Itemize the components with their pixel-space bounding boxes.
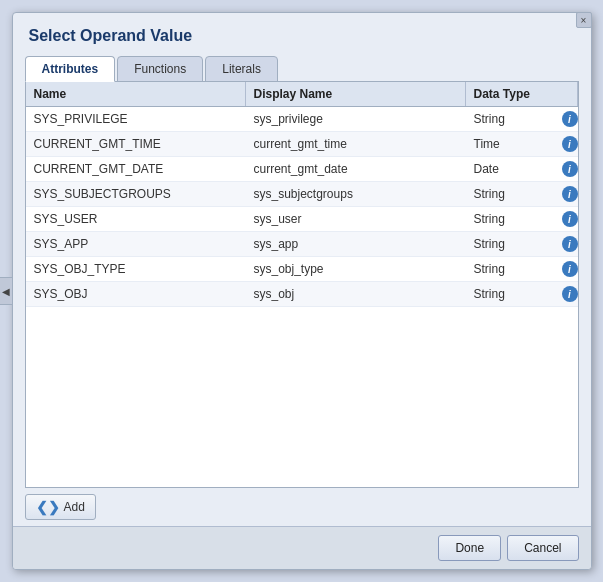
cell-name: SYS_USER (26, 208, 246, 230)
cell-name: SYS_SUBJECTGROUPS (26, 183, 246, 205)
info-icon[interactable]: i (562, 261, 578, 277)
table-row[interactable]: SYS_OBJsys_objStringi (26, 282, 578, 307)
table-row[interactable]: SYS_PRIVILEGEsys_privilegeStringi (26, 107, 578, 132)
add-button[interactable]: ❮❯ Add (25, 494, 96, 520)
tab-bar: Attributes Functions Literals (25, 55, 579, 81)
cell-name: SYS_APP (26, 233, 246, 255)
dialog-footer: Done Cancel (13, 526, 591, 569)
nav-arrow[interactable]: ◀ (0, 277, 13, 305)
close-button[interactable]: × (576, 12, 592, 28)
table-body: SYS_PRIVILEGEsys_privilegeStringiCURRENT… (26, 107, 578, 487)
cell-data-type: Time (466, 133, 554, 155)
cell-data-type: Date (466, 158, 554, 180)
cell-info[interactable]: i (554, 107, 578, 131)
cell-display-name: sys_privilege (246, 108, 466, 130)
tab-literals[interactable]: Literals (205, 56, 278, 82)
bottom-bar: ❮❯ Add (13, 488, 591, 526)
info-icon[interactable]: i (562, 211, 578, 227)
cell-name: SYS_OBJ (26, 283, 246, 305)
cell-data-type: String (466, 283, 554, 305)
table-row[interactable]: CURRENT_GMT_DATEcurrent_gmt_dateDatei (26, 157, 578, 182)
info-icon[interactable]: i (562, 236, 578, 252)
select-operand-dialog: × Select Operand Value Attributes Functi… (12, 12, 592, 570)
cell-name: SYS_PRIVILEGE (26, 108, 246, 130)
cell-info[interactable]: i (554, 207, 578, 231)
table-row[interactable]: SYS_OBJ_TYPEsys_obj_typeStringi (26, 257, 578, 282)
cell-data-type: String (466, 183, 554, 205)
cell-data-type: String (466, 258, 554, 280)
add-label: Add (64, 500, 85, 514)
done-button[interactable]: Done (438, 535, 501, 561)
cell-display-name: current_gmt_date (246, 158, 466, 180)
table-row[interactable]: SYS_SUBJECTGROUPSsys_subjectgroupsString… (26, 182, 578, 207)
tab-functions[interactable]: Functions (117, 56, 203, 82)
dialog-body: Attributes Functions Literals Name Displ… (13, 55, 591, 488)
cell-info[interactable]: i (554, 257, 578, 281)
cell-data-type: String (466, 233, 554, 255)
cell-display-name: sys_obj_type (246, 258, 466, 280)
cell-name: CURRENT_GMT_DATE (26, 158, 246, 180)
cell-display-name: sys_user (246, 208, 466, 230)
cell-name: CURRENT_GMT_TIME (26, 133, 246, 155)
cell-display-name: current_gmt_time (246, 133, 466, 155)
cell-info[interactable]: i (554, 282, 578, 306)
cell-info[interactable]: i (554, 232, 578, 256)
info-icon[interactable]: i (562, 161, 578, 177)
info-icon[interactable]: i (562, 186, 578, 202)
cell-info[interactable]: i (554, 157, 578, 181)
col-data-type: Data Type (466, 82, 578, 106)
cell-name: SYS_OBJ_TYPE (26, 258, 246, 280)
table-header: Name Display Name Data Type (26, 82, 578, 107)
col-name: Name (26, 82, 246, 106)
cell-display-name: sys_app (246, 233, 466, 255)
cell-display-name: sys_subjectgroups (246, 183, 466, 205)
cancel-button[interactable]: Cancel (507, 535, 578, 561)
cell-info[interactable]: i (554, 182, 578, 206)
table-row[interactable]: CURRENT_GMT_TIMEcurrent_gmt_timeTimei (26, 132, 578, 157)
dialog-title: Select Operand Value (13, 13, 591, 55)
cell-display-name: sys_obj (246, 283, 466, 305)
info-icon[interactable]: i (562, 111, 578, 127)
col-display-name: Display Name (246, 82, 466, 106)
table-row[interactable]: SYS_USERsys_userStringi (26, 207, 578, 232)
cell-info[interactable]: i (554, 132, 578, 156)
cell-data-type: String (466, 208, 554, 230)
add-icon: ❮❯ (36, 499, 60, 515)
cell-data-type: String (466, 108, 554, 130)
table-row[interactable]: SYS_APPsys_appStringi (26, 232, 578, 257)
attributes-table: Name Display Name Data Type SYS_PRIVILEG… (25, 81, 579, 488)
tab-attributes[interactable]: Attributes (25, 56, 116, 82)
info-icon[interactable]: i (562, 286, 578, 302)
info-icon[interactable]: i (562, 136, 578, 152)
